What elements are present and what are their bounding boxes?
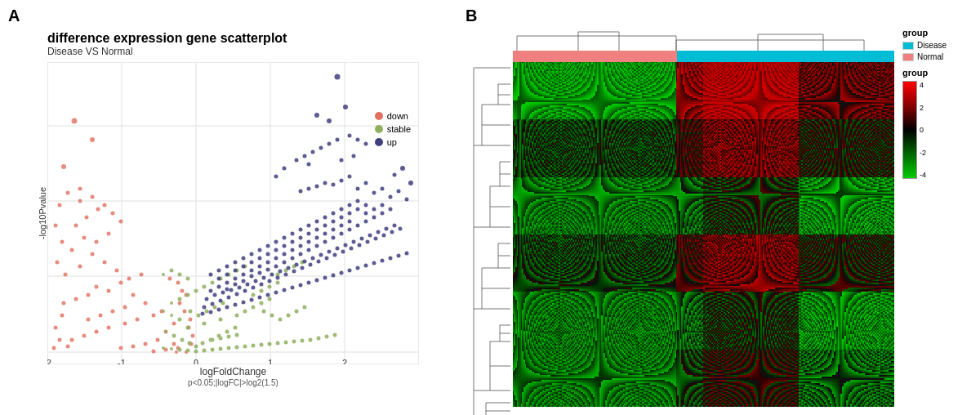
svg-point-72 bbox=[60, 314, 65, 318]
panel-b-label: B bbox=[466, 7, 477, 25]
svg-point-40 bbox=[119, 281, 123, 285]
svg-point-101 bbox=[225, 330, 229, 334]
svg-point-347 bbox=[332, 183, 336, 187]
svg-point-258 bbox=[283, 261, 287, 265]
svg-point-198 bbox=[258, 248, 262, 252]
svg-point-216 bbox=[258, 257, 262, 261]
svg-point-49 bbox=[111, 310, 115, 314]
svg-point-177 bbox=[343, 105, 348, 109]
svg-point-226 bbox=[340, 216, 344, 220]
svg-point-253 bbox=[242, 279, 246, 283]
svg-point-190 bbox=[340, 158, 344, 163]
svg-point-251 bbox=[225, 288, 229, 292]
svg-point-293 bbox=[376, 230, 381, 234]
svg-point-140 bbox=[211, 348, 215, 352]
svg-point-355 bbox=[397, 190, 401, 194]
color-scale-title: group bbox=[902, 68, 972, 78]
svg-point-336 bbox=[323, 276, 327, 280]
svg-rect-0 bbox=[47, 62, 419, 364]
svg-point-179 bbox=[295, 158, 299, 163]
svg-point-111 bbox=[252, 306, 256, 310]
svg-point-261 bbox=[307, 248, 311, 252]
svg-point-53 bbox=[152, 314, 156, 318]
svg-point-306 bbox=[284, 273, 288, 277]
svg-point-326 bbox=[242, 301, 246, 305]
svg-point-302 bbox=[252, 286, 256, 290]
top-dendrogram-svg bbox=[513, 28, 894, 51]
svg-point-327 bbox=[250, 298, 254, 302]
svg-point-304 bbox=[268, 279, 272, 283]
svg-point-86 bbox=[58, 203, 62, 208]
svg-point-108 bbox=[178, 318, 182, 322]
svg-point-201 bbox=[283, 236, 287, 240]
svg-point-310 bbox=[317, 260, 321, 264]
svg-point-197 bbox=[250, 252, 254, 257]
svg-point-339 bbox=[348, 269, 352, 273]
group-legend: group Disease Normal bbox=[902, 28, 972, 61]
svg-point-284 bbox=[303, 260, 307, 264]
svg-point-92 bbox=[176, 281, 180, 285]
svg-point-102 bbox=[164, 330, 167, 333]
svg-point-63 bbox=[144, 342, 148, 346]
svg-point-28 bbox=[111, 212, 115, 216]
svg-point-287 bbox=[327, 250, 332, 254]
svg-point-94 bbox=[194, 345, 198, 349]
svg-point-291 bbox=[360, 237, 364, 241]
svg-point-296 bbox=[203, 306, 207, 310]
svg-point-276 bbox=[238, 286, 242, 290]
svg-point-292 bbox=[368, 234, 372, 238]
svg-point-357 bbox=[408, 181, 413, 185]
scale-neg2: -2 bbox=[920, 149, 926, 157]
svg-point-283 bbox=[295, 263, 299, 267]
svg-point-115 bbox=[268, 297, 272, 301]
svg-point-233 bbox=[250, 269, 254, 273]
svg-point-89 bbox=[56, 261, 60, 265]
group-legend-title: group bbox=[902, 28, 972, 38]
svg-point-254 bbox=[250, 274, 254, 279]
svg-point-354 bbox=[389, 195, 393, 199]
svg-point-46 bbox=[131, 293, 136, 297]
svg-point-221 bbox=[299, 236, 303, 240]
svg-point-107 bbox=[235, 314, 239, 318]
svg-point-311 bbox=[325, 257, 329, 261]
svg-point-154 bbox=[301, 339, 305, 343]
svg-point-184 bbox=[336, 138, 340, 142]
svg-point-43 bbox=[87, 293, 91, 297]
chart-subtitle: Disease VS Normal bbox=[47, 46, 449, 57]
svg-point-32 bbox=[82, 236, 87, 240]
svg-point-165 bbox=[295, 310, 299, 314]
svg-point-132 bbox=[162, 273, 165, 276]
top-dendrogram bbox=[513, 28, 894, 51]
svg-point-161 bbox=[227, 335, 231, 339]
svg-point-114 bbox=[170, 301, 173, 305]
scale-4: 4 bbox=[920, 81, 926, 89]
legend-up-label: up bbox=[387, 137, 397, 147]
svg-point-274 bbox=[221, 291, 225, 295]
svg-point-110 bbox=[170, 314, 173, 317]
left-dendrogram-svg bbox=[466, 64, 513, 415]
svg-point-54 bbox=[136, 318, 140, 322]
svg-point-313 bbox=[341, 250, 345, 254]
svg-point-288 bbox=[336, 247, 340, 251]
svg-point-303 bbox=[260, 283, 264, 287]
svg-point-58 bbox=[82, 334, 87, 338]
svg-point-202 bbox=[291, 232, 295, 236]
svg-text:2: 2 bbox=[342, 358, 347, 364]
group-color-bars bbox=[513, 51, 894, 62]
svg-point-103 bbox=[234, 326, 238, 330]
svg-point-48 bbox=[123, 306, 127, 310]
volcano-plot: 0 20 40 60 -2 -1 0 1 2 bbox=[47, 62, 419, 364]
svg-point-323 bbox=[217, 308, 221, 312]
svg-point-220 bbox=[291, 240, 295, 244]
svg-point-257 bbox=[274, 265, 278, 269]
svg-point-214 bbox=[242, 265, 246, 269]
svg-point-196 bbox=[242, 257, 246, 261]
svg-point-113 bbox=[162, 310, 165, 313]
svg-point-149 bbox=[268, 342, 272, 346]
svg-point-260 bbox=[299, 252, 303, 257]
svg-point-248 bbox=[381, 203, 385, 208]
svg-point-246 bbox=[364, 212, 368, 216]
svg-point-129 bbox=[186, 277, 190, 281]
svg-point-299 bbox=[227, 296, 231, 300]
svg-point-273 bbox=[213, 293, 217, 297]
